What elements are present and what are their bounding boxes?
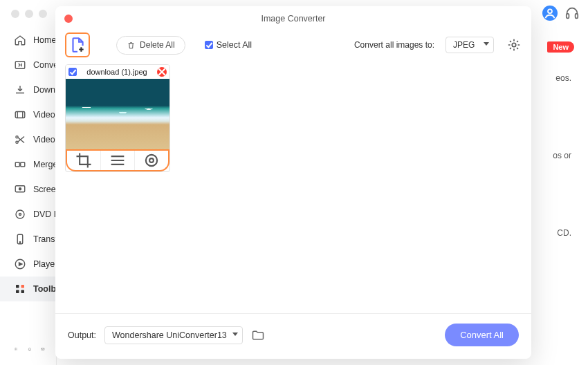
modal-title: Image Converter	[261, 14, 325, 24]
sidebar-item-label: DVD Burner	[33, 209, 56, 219]
delete-all-label: Delete All	[140, 40, 175, 50]
svg-point-24	[149, 158, 154, 162]
output-format-value: JPEG	[453, 40, 475, 50]
sidebar: Home Converter Downloader Video Compress…	[0, 28, 57, 365]
sidebar-item-converter[interactable]: Converter	[0, 53, 56, 77]
sidebar-item-label: Transfer	[33, 234, 56, 244]
sidebar-item-video-editor[interactable]: Video Editor	[0, 127, 56, 152]
convert-all-to-label: Convert all images to:	[354, 40, 434, 50]
bg-snippet: eos.	[555, 73, 571, 83]
scissors-icon	[14, 133, 26, 146]
svg-point-5	[16, 136, 18, 138]
converter-icon	[14, 59, 26, 71]
disc-icon	[14, 208, 26, 221]
svg-rect-4	[15, 112, 25, 118]
output-path-value: Wondershare UniConverter13	[112, 330, 227, 340]
svg-rect-21	[42, 348, 44, 350]
bg-snippet: CD.	[557, 228, 571, 238]
watermark-tool-button[interactable]	[134, 151, 168, 170]
avatar-icon[interactable]	[542, 6, 558, 21]
thumbnail-tools-highlight	[66, 151, 169, 171]
sidebar-item-video-compressor[interactable]: Video Compressor	[0, 102, 56, 127]
sidebar-item-label: Screen Recorder	[33, 185, 56, 194]
home-icon	[14, 34, 26, 46]
image-thumbnail-card: download (1).jpeg	[65, 64, 170, 172]
play-icon	[14, 258, 26, 270]
sidebar-item-label: Home	[33, 35, 56, 45]
svg-point-14	[19, 242, 21, 243]
svg-rect-18	[16, 290, 19, 294]
format-settings-button[interactable]	[506, 37, 522, 53]
sidebar-item-label: Merger	[33, 160, 56, 169]
sidebar-item-label: Player	[33, 259, 56, 269]
sidebar-item-downloader[interactable]: Downloader	[0, 77, 56, 102]
svg-point-12	[19, 214, 21, 216]
svg-point-22	[512, 43, 516, 47]
sidebar-item-screen-recorder[interactable]: Screen Recorder	[0, 177, 56, 202]
merger-icon	[14, 158, 26, 171]
sidebar-item-label: Downloader	[33, 85, 56, 95]
mac-maximize-dot[interactable]	[39, 10, 47, 18]
checkbox-checked-icon	[205, 41, 213, 49]
trash-icon	[127, 40, 136, 50]
add-files-button[interactable]	[68, 36, 86, 54]
output-format-select[interactable]: JPEG	[445, 37, 494, 53]
svg-point-10	[19, 188, 21, 190]
svg-rect-19	[21, 290, 25, 294]
thumbnail-preview-image[interactable]	[66, 79, 169, 151]
select-all-checkbox[interactable]: Select All	[205, 40, 252, 50]
svg-rect-1	[567, 14, 569, 18]
svg-rect-8	[21, 162, 25, 167]
chevron-down-icon	[484, 42, 489, 46]
thumbnail-filename: download (1).jpeg	[81, 68, 153, 76]
sidebar-item-label: Video Editor	[33, 135, 56, 144]
svg-rect-16	[16, 285, 19, 288]
image-converter-modal: Image Converter Delete All Select All Co…	[55, 6, 531, 359]
convert-all-button[interactable]: Convert All	[445, 324, 519, 346]
mac-traffic-lights[interactable]	[11, 10, 47, 18]
svg-point-23	[146, 155, 157, 166]
bg-snippet: os or	[553, 151, 571, 160]
compressor-icon	[14, 109, 26, 121]
sidebar-item-merger[interactable]: Merger	[0, 152, 56, 177]
toolbox-grid-icon	[14, 283, 26, 295]
svg-rect-2	[576, 14, 578, 18]
mac-minimize-dot[interactable]	[25, 10, 33, 18]
sidebar-item-transfer[interactable]: Transfer	[0, 227, 56, 252]
select-all-label: Select All	[217, 40, 252, 50]
add-files-highlight	[65, 32, 90, 57]
svg-point-11	[16, 210, 24, 218]
svg-point-20	[15, 348, 16, 349]
new-badge: New	[547, 41, 574, 53]
effects-tool-button[interactable]	[100, 151, 134, 170]
notification-bell-icon[interactable]	[28, 343, 32, 355]
svg-point-6	[16, 141, 18, 143]
sidebar-item-dvd-burner[interactable]: DVD Burner	[0, 202, 56, 227]
sidebar-item-label: Toolbox	[33, 284, 56, 294]
mac-close-dot[interactable]	[11, 10, 19, 18]
svg-rect-17	[21, 285, 25, 288]
modal-close-button[interactable]	[64, 15, 73, 23]
support-headset-icon[interactable]	[564, 6, 580, 21]
sidebar-item-toolbox[interactable]: Toolbox	[0, 277, 56, 301]
svg-rect-7	[15, 162, 19, 167]
download-icon	[14, 84, 26, 96]
transfer-icon	[14, 233, 26, 245]
output-path-select[interactable]: Wondershare UniConverter13	[104, 326, 243, 344]
sidebar-item-label: Converter	[33, 60, 56, 70]
settings-gear-icon[interactable]	[14, 343, 18, 355]
sidebar-item-label: Video Compressor	[33, 110, 56, 120]
sidebar-item-home[interactable]: Home	[0, 28, 56, 53]
chevron-down-icon	[232, 333, 238, 336]
screen-recorder-icon	[14, 183, 26, 196]
output-label: Output:	[68, 330, 96, 340]
open-output-folder-button[interactable]	[251, 328, 265, 342]
thumbnail-checkbox[interactable]	[68, 68, 77, 76]
delete-all-button[interactable]: Delete All	[116, 36, 185, 55]
crop-tool-button[interactable]	[67, 151, 100, 170]
mail-icon[interactable]	[41, 343, 45, 355]
svg-point-0	[548, 9, 552, 13]
sidebar-item-player[interactable]: Player	[0, 252, 56, 277]
thumbnail-remove-button[interactable]	[157, 67, 167, 77]
